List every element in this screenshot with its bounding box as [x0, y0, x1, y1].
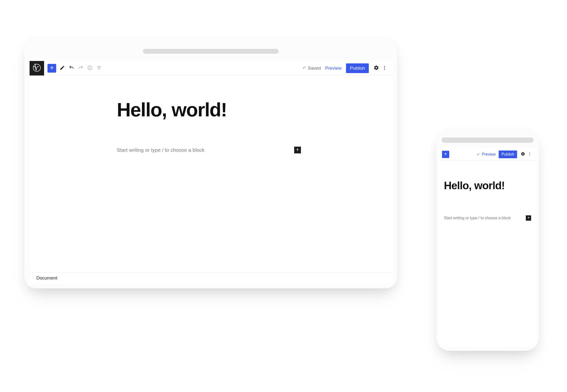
block-placeholder-text: Start writing or type / to choose a bloc…	[117, 147, 205, 153]
mobile-settings-button[interactable]	[520, 151, 526, 158]
more-options-button[interactable]	[380, 64, 389, 72]
gear-icon	[521, 152, 525, 157]
editor-toolbar: Saved Preview Publish	[30, 61, 392, 75]
empty-block-row[interactable]: Start writing or type / to choose a bloc…	[117, 147, 301, 154]
check-icon	[302, 65, 306, 71]
save-status: Saved	[302, 65, 321, 71]
phone-screen: Preview Publish Hello, world!	[440, 148, 536, 347]
list-outline-icon	[96, 65, 102, 71]
outline-button[interactable]	[94, 64, 104, 73]
svg-point-2	[384, 66, 385, 66]
edit-tool-button[interactable]	[58, 64, 67, 73]
phone-device-frame: Preview Publish Hello, world!	[436, 128, 539, 351]
svg-point-7	[529, 155, 530, 155]
mobile-inline-add-block-button[interactable]	[526, 215, 531, 221]
undo-button[interactable]	[67, 64, 76, 73]
tablet-screen: Saved Preview Publish	[30, 61, 392, 283]
phone-speaker-bar	[442, 138, 534, 143]
undo-icon	[69, 65, 74, 71]
editor-canvas[interactable]: Hello, world! Start writing or type / to…	[30, 75, 392, 272]
publish-button[interactable]: Publish	[346, 63, 369, 73]
mobile-preview-button[interactable]: Preview	[482, 152, 496, 156]
mobile-more-options-button[interactable]	[526, 151, 533, 158]
redo-icon	[78, 65, 83, 71]
svg-point-4	[384, 69, 385, 70]
info-button[interactable]	[85, 64, 94, 73]
more-vertical-icon	[382, 65, 387, 71]
info-icon	[87, 65, 92, 71]
post-title-input[interactable]: Hello, world!	[117, 100, 306, 120]
add-block-button[interactable]	[47, 64, 56, 73]
tablet-device-frame: Saved Preview Publish	[24, 37, 397, 288]
gear-icon	[374, 65, 379, 71]
more-vertical-icon	[527, 152, 532, 157]
mobile-block-placeholder-text: Start writing or type / to choose a bloc…	[444, 216, 511, 220]
plus-icon	[296, 148, 299, 153]
mobile-empty-block-row[interactable]: Start writing or type / to choose a bloc…	[444, 215, 531, 221]
tablet-speaker-bar	[143, 49, 279, 54]
svg-point-3	[384, 67, 385, 68]
wordpress-logo-button[interactable]	[30, 61, 44, 75]
mobile-publish-button[interactable]: Publish	[499, 151, 517, 158]
saved-label: Saved	[308, 66, 321, 71]
breadcrumb-root[interactable]: Document	[36, 275, 58, 281]
redo-button[interactable]	[76, 64, 85, 73]
mobile-editor-canvas[interactable]: Hello, world! Start writing or type / to…	[440, 161, 536, 221]
svg-point-5	[529, 152, 530, 153]
block-breadcrumb[interactable]: Document	[30, 272, 392, 283]
plus-icon	[49, 65, 54, 71]
plus-icon	[527, 216, 530, 220]
mobile-add-block-button[interactable]	[442, 151, 449, 158]
preview-button[interactable]: Preview	[325, 66, 342, 71]
wordpress-icon	[32, 63, 41, 73]
mobile-post-title-input[interactable]: Hello, world!	[444, 180, 531, 191]
settings-button[interactable]	[372, 64, 380, 72]
pencil-icon	[60, 65, 65, 71]
inline-add-block-button[interactable]	[294, 147, 301, 154]
mobile-save-status-icon	[476, 153, 480, 156]
plus-icon	[444, 152, 448, 157]
mobile-editor-toolbar: Preview Publish	[440, 148, 536, 161]
svg-point-6	[529, 154, 530, 154]
